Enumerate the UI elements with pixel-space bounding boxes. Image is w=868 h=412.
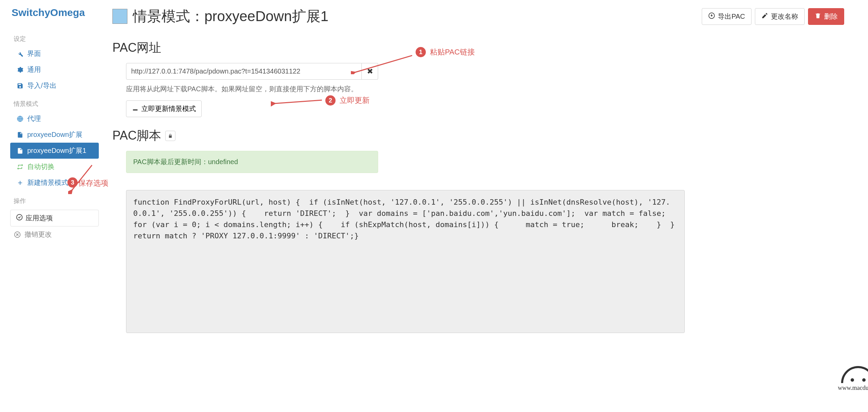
file-icon	[16, 147, 24, 154]
update-profile-button[interactable]: 立即更新情景模式	[126, 100, 202, 117]
nav-item-import-export[interactable]: 导入/导出	[10, 78, 99, 94]
save-icon	[16, 82, 24, 89]
header-actions: 导出PAC 更改名称 删除	[702, 8, 844, 25]
sidebar: SwitchyOmega 设定 界面 通用 导入/导出 情景模式 代理	[10, 7, 99, 405]
rename-label: 更改名称	[771, 12, 798, 21]
check-icon	[16, 214, 23, 222]
svg-point-1	[17, 215, 22, 220]
close-circle-icon	[14, 231, 21, 238]
nav-label: 导入/导出	[27, 81, 57, 90]
nav-section-actions: 操作	[10, 194, 99, 208]
annotation-badge-2: 2	[325, 95, 336, 106]
annotation-text-1: 粘贴PAC链接	[430, 47, 475, 57]
edit-icon	[761, 12, 768, 21]
watermark: www.macdu.org	[838, 366, 868, 392]
page-title: 情景模式：proxyeeDown扩展1	[133, 7, 328, 26]
revert-changes-button[interactable]: 撤销更改	[10, 226, 99, 242]
download-icon	[708, 12, 715, 21]
plus-icon	[16, 179, 24, 186]
svg-line-4	[354, 56, 412, 73]
nav-label: proxyeeDown扩展	[27, 130, 82, 139]
nav-item-proxy[interactable]: 代理	[10, 111, 99, 127]
annotation-badge-1: 1	[416, 47, 426, 57]
header-row: 情景模式：proxyeeDown扩展1 导出PAC 更改名称	[112, 7, 844, 26]
pac-script-title: PAC脚本	[112, 127, 844, 144]
watermark-text: www.macdu.org	[838, 384, 868, 392]
nav-item-proxyeedown1[interactable]: proxyeeDown扩展1	[10, 143, 99, 159]
delete-label: 删除	[824, 12, 838, 21]
update-label: 立即更新情景模式	[141, 104, 196, 113]
rename-button[interactable]: 更改名称	[755, 8, 805, 25]
brand-logo: SwitchyOmega	[10, 7, 99, 18]
nav-label: 代理	[27, 114, 41, 123]
file-icon	[16, 131, 24, 138]
title-group: 情景模式：proxyeeDown扩展1	[112, 7, 328, 26]
apply-options-button[interactable]: 应用选项	[10, 210, 99, 226]
nav-item-interface[interactable]: 界面	[10, 46, 99, 62]
nav-section-profiles: 情景模式	[10, 97, 99, 111]
trash-icon	[815, 12, 821, 21]
nav-label: 通用	[27, 65, 41, 74]
nav-section-settings: 设定	[10, 32, 99, 46]
annotation-arrow-3	[68, 163, 95, 194]
main-content: 情景模式：proxyeeDown扩展1 导出PAC 更改名称	[99, 7, 858, 405]
last-update-alert: PAC脚本最后更新时间：undefined	[126, 151, 378, 173]
annotation-2: 2 立即更新	[325, 95, 370, 106]
swap-icon	[16, 163, 24, 170]
nav-label: proxyeeDown扩展1	[27, 146, 86, 155]
pac-url-input[interactable]	[126, 63, 362, 80]
svg-line-5	[274, 100, 322, 104]
apply-label: 应用选项	[26, 213, 53, 223]
pac-url-help: 应用将从此网址下载PAC脚本。如果网址留空，则直接使用下方的脚本内容。	[126, 84, 844, 94]
watermark-face-icon	[841, 366, 868, 383]
export-pac-label: 导出PAC	[718, 12, 745, 21]
annotation-text-2: 立即更新	[340, 95, 370, 106]
pac-script-editor[interactable]: function FindProxyForURL(url, host) { if…	[126, 190, 685, 333]
pac-url-title: PAC网址	[112, 39, 844, 56]
nav-item-proxyeedown[interactable]: proxyeeDown扩展	[10, 127, 99, 143]
export-pac-button[interactable]: 导出PAC	[702, 8, 751, 25]
nav-label: 界面	[27, 49, 41, 58]
wrench-icon	[16, 50, 24, 57]
gear-icon	[16, 66, 24, 73]
annotation-1: 1 粘贴PAC链接	[416, 47, 475, 57]
pac-url-input-group: ✖	[126, 63, 378, 80]
svg-line-6	[72, 165, 92, 191]
nav-label: 自动切换	[27, 162, 55, 171]
lock-icon[interactable]	[165, 131, 175, 141]
globe-icon	[16, 115, 24, 122]
revert-label: 撤销更改	[25, 230, 52, 239]
download-icon	[132, 105, 139, 113]
pac-script-title-text: PAC脚本	[112, 127, 161, 144]
delete-button[interactable]: 删除	[808, 8, 844, 25]
nav-item-general[interactable]: 通用	[10, 62, 99, 78]
profile-color-swatch[interactable]	[112, 9, 127, 24]
